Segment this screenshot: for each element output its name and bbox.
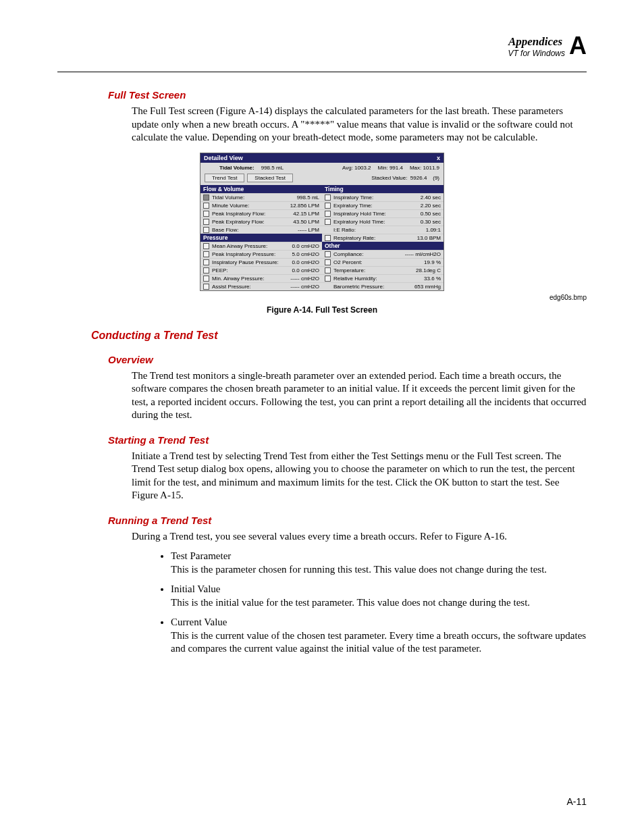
checkbox-icon[interactable] xyxy=(325,259,331,265)
bullet-desc: This is the initial value for the test p… xyxy=(171,597,530,608)
list-item: Respiratory Rate:13.0 BPM xyxy=(322,234,444,242)
list-item: PEEP:0.0 cmH2O xyxy=(200,266,322,274)
item-value: 0.0 cmH2O xyxy=(292,267,319,273)
list-item: Min. Airway Pressure:----- cmH2O xyxy=(200,274,322,282)
list-item: Compliance:----- ml/cmH2O xyxy=(322,250,444,258)
item-value: 28.1deg C xyxy=(416,267,441,273)
figure-a14: Detailed View x Tidal Volume: 998.5 mL A… xyxy=(57,153,587,291)
item-label: Minute Volume: xyxy=(212,203,288,209)
item-value: ----- LPM xyxy=(298,227,319,233)
item-label: Assist Pressure: xyxy=(212,284,288,290)
item-value: 1.09:1 xyxy=(426,227,441,233)
header-appendices: Appendices xyxy=(508,35,562,49)
para-full-test: The Full Test screen (Figure A-14) displ… xyxy=(132,105,587,145)
heading-starting: Starting a Trend Test xyxy=(108,434,587,446)
list-item: Expiratory Time:2.20 sec xyxy=(322,201,444,209)
header-subtitle: VT for Windows xyxy=(36,49,565,58)
item-label: Expiratory Hold Time: xyxy=(333,219,418,225)
checkbox-icon[interactable] xyxy=(325,203,331,209)
checkbox-icon[interactable] xyxy=(325,219,331,225)
heading-running: Running a Trend Test xyxy=(108,515,587,526)
tidal-value: 998.5 mL xyxy=(261,165,284,171)
item-label: Peak Inspiratory Pressure: xyxy=(212,251,290,257)
heading-conducting: Conducting a Trend Test xyxy=(91,330,587,342)
item-value: 998.5 mL xyxy=(297,194,319,201)
para-overview: The Trend test monitors a single-breath … xyxy=(132,369,587,422)
item-value: ----- ml/cmH2O xyxy=(405,251,441,257)
checkbox-icon[interactable] xyxy=(203,194,209,201)
item-value: 0.30 sec xyxy=(421,219,441,225)
header-rule xyxy=(57,72,587,72)
checkbox-icon[interactable] xyxy=(203,276,209,282)
list-item: Temperature:28.1deg C xyxy=(322,266,444,274)
item-label: O2 Percent: xyxy=(333,259,421,265)
checkbox-icon[interactable] xyxy=(203,203,209,209)
checkbox-icon[interactable] xyxy=(325,211,331,217)
bullet-term: Test Parameter xyxy=(171,550,587,563)
bullet-term: Initial Value xyxy=(171,583,587,596)
item-label: Relative Humidity: xyxy=(333,276,421,282)
item-value: 2.40 sec xyxy=(421,194,441,201)
shot-title: Detailed View xyxy=(204,155,243,161)
checkbox-icon[interactable] xyxy=(203,243,209,249)
list-item: Inspiratory Hold Time:0.50 sec xyxy=(322,209,444,217)
left-column: Flow & Volume Tidal Volume:998.5 mLMinut… xyxy=(200,185,322,290)
checkbox-icon[interactable] xyxy=(325,267,331,273)
list-item: O2 Percent:19.9 % xyxy=(322,258,444,266)
checkbox-icon[interactable] xyxy=(203,211,209,217)
list-item: Peak Inspiratory Pressure:5.0 cmH2O xyxy=(200,250,322,258)
item-label: I:E Ratio: xyxy=(333,227,423,233)
page-number: A-11 xyxy=(566,796,587,807)
flow-volume-head: Flow & Volume xyxy=(200,185,322,193)
appendix-letter: A xyxy=(569,34,587,58)
item-value: 0.0 cmH2O xyxy=(292,259,319,265)
trend-test-button[interactable]: Trend Test xyxy=(205,174,244,182)
bullet-item: Initial ValueThis is the initial value f… xyxy=(171,583,587,609)
checkbox-icon[interactable] xyxy=(203,227,209,233)
item-label: Expiratory Time: xyxy=(333,203,418,209)
figure-filename: edg60s.bmp xyxy=(57,294,587,301)
bullet-item: Current ValueThis is the current value o… xyxy=(171,616,587,656)
checkbox-icon[interactable] xyxy=(325,235,331,241)
tidal-label: Tidal Volume: xyxy=(219,165,254,171)
list-item: I:E Ratio:1.09:1 xyxy=(322,226,444,234)
item-value: 5.0 cmH2O xyxy=(292,251,319,257)
checkbox-icon[interactable] xyxy=(325,276,331,282)
item-label: Min. Airway Pressure: xyxy=(212,276,288,282)
item-value: 33.6 % xyxy=(424,276,441,282)
para-running: During a Trend test, you see several val… xyxy=(132,530,587,544)
item-label: Peak Expiratory Flow: xyxy=(212,219,290,225)
item-label: Barometric Pressure: xyxy=(333,284,412,290)
bullet-desc: This is the current value of the chosen … xyxy=(171,630,586,654)
checkbox-icon[interactable] xyxy=(203,284,209,290)
item-label: Temperature: xyxy=(333,267,413,273)
item-value: 0.50 sec xyxy=(421,211,441,217)
pressure-head: Pressure xyxy=(200,234,322,242)
checkbox-icon[interactable] xyxy=(325,194,331,201)
item-label: Peak Inspiratory Flow: xyxy=(212,211,290,217)
bullet-item: Test ParameterThis is the parameter chos… xyxy=(171,550,587,576)
list-item: Expiratory Hold Time:0.30 sec xyxy=(322,217,444,226)
close-icon[interactable]: x xyxy=(437,155,440,161)
item-label: PEEP: xyxy=(212,267,290,273)
screenshot-detailed-view: Detailed View x Tidal Volume: 998.5 mL A… xyxy=(200,153,444,291)
checkbox-icon[interactable] xyxy=(203,267,209,273)
list-item: Assist Pressure:----- cmH2O xyxy=(200,282,322,290)
list-item: Barometric Pressure:653 mmHg xyxy=(322,282,444,290)
running-list: Test ParameterThis is the parameter chos… xyxy=(132,550,587,656)
right-column: Timing Inspiratory Time:2.40 secExpirato… xyxy=(322,185,444,290)
timing-head: Timing xyxy=(322,185,444,193)
list-item: Base Flow:----- LPM xyxy=(200,226,322,234)
stacked-test-button[interactable]: Stacked Test xyxy=(247,174,293,182)
item-value: 19.9 % xyxy=(424,259,441,265)
item-label: Base Flow: xyxy=(212,227,295,233)
item-value: ----- cmH2O xyxy=(290,284,319,290)
item-value: 653 mmHg xyxy=(414,284,441,290)
item-value: ----- cmH2O xyxy=(290,276,319,282)
checkbox-icon[interactable] xyxy=(325,251,331,257)
list-item: Peak Inspiratory Flow:42.15 LPM xyxy=(200,209,322,217)
checkbox-icon[interactable] xyxy=(203,251,209,257)
checkbox-icon[interactable] xyxy=(203,219,209,225)
checkbox-icon[interactable] xyxy=(203,259,209,265)
list-item: Peak Expiratory Flow:43.50 LPM xyxy=(200,217,322,226)
